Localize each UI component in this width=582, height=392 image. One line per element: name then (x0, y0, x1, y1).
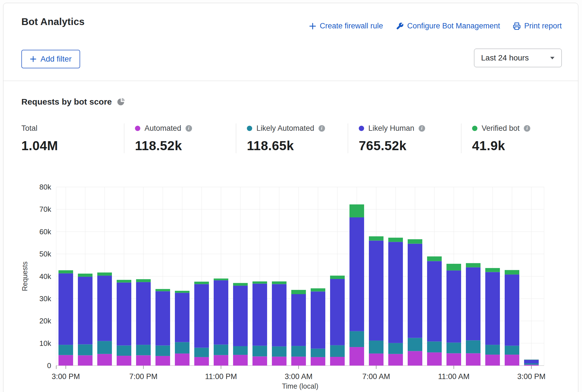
bar-segment-likely-human[interactable] (233, 286, 248, 346)
bar-segment-likely-automated[interactable] (272, 346, 287, 357)
bar-segment-verified-bot[interactable] (291, 290, 306, 294)
bar-segment-automated[interactable] (214, 355, 228, 366)
bar-segment-likely-automated[interactable] (349, 331, 364, 347)
bar-segment-automated[interactable] (175, 353, 190, 366)
bar-segment-likely-automated[interactable] (233, 346, 248, 355)
bar-segment-likely-human[interactable] (58, 273, 73, 345)
bar-segment-likely-human[interactable] (136, 282, 151, 345)
bar-segment-likely-automated[interactable] (136, 345, 151, 355)
bar-segment-verified-bot[interactable] (505, 270, 519, 274)
bar-segment-automated[interactable] (117, 356, 131, 366)
time-range-dropdown[interactable]: Last 24 hours (474, 49, 562, 67)
bar-segment-likely-automated[interactable] (485, 345, 500, 355)
bar-segment-likely-automated[interactable] (466, 340, 481, 353)
bar-segment-automated[interactable] (524, 365, 539, 366)
bar-segment-likely-automated[interactable] (427, 341, 442, 352)
bar-segment-likely-human[interactable] (78, 277, 93, 344)
bar-segment-automated[interactable] (505, 355, 519, 366)
bar-segment-verified-bot[interactable] (311, 288, 325, 291)
configure-bot-management-link[interactable]: Configure Bot Management (396, 22, 500, 30)
bar-segment-likely-automated[interactable] (78, 344, 93, 355)
bar-segment-likely-automated[interactable] (214, 344, 228, 355)
bar-segment-likely-human[interactable] (117, 283, 131, 346)
bar-segment-likely-automated[interactable] (194, 348, 209, 357)
bar-segment-likely-human[interactable] (446, 271, 461, 343)
bar-segment-likely-human[interactable] (252, 284, 267, 346)
bar-segment-verified-bot[interactable] (408, 239, 422, 244)
bar-segment-likely-automated[interactable] (291, 346, 306, 357)
bar-segment-likely-human[interactable] (485, 272, 500, 345)
bar-segment-automated[interactable] (311, 357, 325, 366)
bar-segment-automated[interactable] (155, 356, 170, 366)
bar-segment-verified-bot[interactable] (78, 274, 93, 277)
bar-segment-verified-bot[interactable] (233, 283, 248, 286)
bar-segment-automated[interactable] (58, 355, 73, 366)
bar-segment-likely-automated[interactable] (408, 338, 422, 351)
bar-segment-verified-bot[interactable] (175, 291, 190, 293)
info-icon[interactable]: i (319, 125, 325, 132)
bar-segment-automated[interactable] (349, 347, 364, 366)
bar-segment-likely-automated[interactable] (175, 342, 190, 353)
bar-segment-verified-bot[interactable] (97, 272, 112, 276)
bar-segment-verified-bot[interactable] (485, 268, 500, 272)
bar-segment-likely-human[interactable] (524, 360, 539, 363)
bar-segment-likely-automated[interactable] (155, 346, 170, 356)
bar-segment-likely-automated[interactable] (505, 346, 519, 355)
info-icon[interactable]: i (419, 125, 425, 132)
bar-segment-verified-bot[interactable] (155, 289, 170, 291)
bar-segment-likely-automated[interactable] (58, 345, 73, 355)
bar-segment-likely-automated[interactable] (524, 363, 539, 365)
bar-segment-likely-automated[interactable] (388, 343, 403, 354)
bar-segment-likely-human[interactable] (291, 294, 306, 346)
bar-segment-automated[interactable] (369, 353, 384, 366)
bar-segment-automated[interactable] (78, 355, 93, 366)
bar-segment-automated[interactable] (446, 353, 461, 366)
bar-segment-automated[interactable] (388, 354, 403, 366)
print-report-link[interactable]: Print report (513, 22, 562, 30)
bar-segment-likely-human[interactable] (427, 261, 442, 342)
bar-segment-likely-human[interactable] (466, 267, 481, 341)
bar-segment-automated[interactable] (330, 357, 345, 366)
bar-segment-verified-bot[interactable] (272, 281, 287, 284)
bar-segment-automated[interactable] (97, 354, 112, 366)
bar-segment-likely-human[interactable] (330, 279, 345, 345)
bar-segment-likely-automated[interactable] (97, 341, 112, 354)
bar-segment-likely-human[interactable] (505, 274, 519, 346)
bar-segment-likely-automated[interactable] (369, 341, 384, 353)
bar-segment-automated[interactable] (136, 355, 151, 366)
bar-segment-likely-human[interactable] (194, 284, 209, 348)
bar-segment-likely-automated[interactable] (252, 346, 267, 356)
bar-segment-likely-human[interactable] (369, 241, 384, 341)
bar-segment-automated[interactable] (466, 353, 481, 366)
info-icon[interactable]: i (524, 125, 530, 132)
info-icon[interactable]: i (186, 125, 192, 132)
bar-segment-verified-bot[interactable] (466, 263, 481, 267)
create-firewall-rule-link[interactable]: Create firewall rule (309, 22, 383, 30)
bar-segment-automated[interactable] (194, 357, 209, 366)
bar-segment-verified-bot[interactable] (349, 204, 364, 217)
bar-segment-verified-bot[interactable] (388, 238, 403, 242)
bar-segment-verified-bot[interactable] (369, 236, 384, 240)
bar-segment-likely-human[interactable] (311, 291, 325, 348)
bar-segment-likely-human[interactable] (155, 291, 170, 346)
bar-segment-verified-bot[interactable] (524, 360, 539, 360)
bar-segment-automated[interactable] (272, 357, 287, 366)
bar-segment-verified-bot[interactable] (330, 276, 345, 279)
bar-segment-likely-human[interactable] (349, 217, 364, 331)
bar-segment-verified-bot[interactable] (427, 256, 442, 261)
add-filter-button[interactable]: Add filter (21, 50, 80, 68)
bar-segment-likely-human[interactable] (175, 293, 190, 342)
bar-segment-verified-bot[interactable] (117, 280, 131, 283)
bar-segment-likely-human[interactable] (408, 244, 422, 338)
bar-segment-verified-bot[interactable] (58, 270, 73, 273)
bar-segment-verified-bot[interactable] (214, 278, 228, 280)
bar-segment-automated[interactable] (291, 357, 306, 366)
bar-segment-verified-bot[interactable] (446, 264, 461, 271)
bar-segment-likely-human[interactable] (97, 276, 112, 341)
bar-segment-verified-bot[interactable] (252, 281, 267, 284)
bar-segment-likely-human[interactable] (214, 280, 228, 345)
bar-segment-likely-human[interactable] (388, 242, 403, 343)
bar-segment-likely-automated[interactable] (330, 345, 345, 357)
bar-segment-likely-human[interactable] (272, 284, 287, 346)
bar-segment-automated[interactable] (233, 355, 248, 366)
